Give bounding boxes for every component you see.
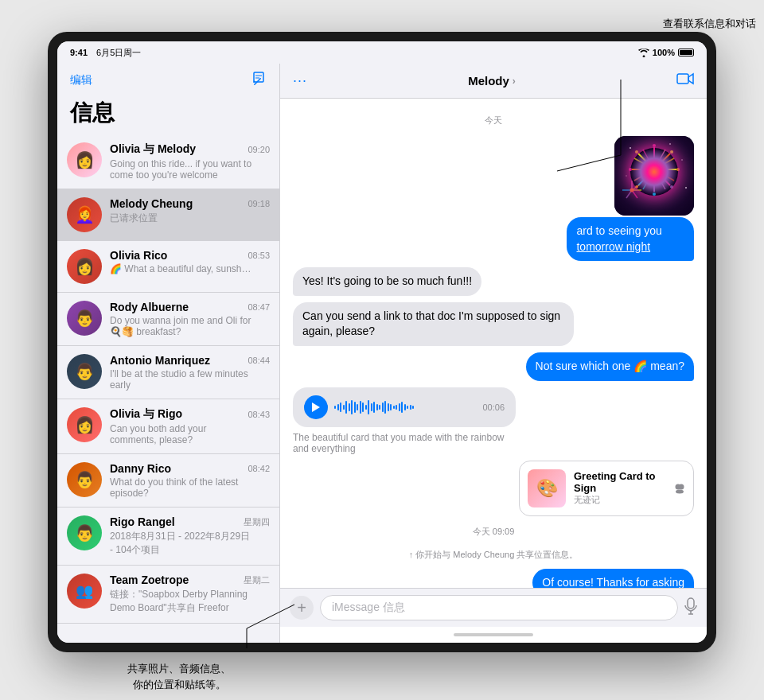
battery-icon bbox=[678, 49, 694, 56]
audio-duration: 00:06 bbox=[482, 402, 505, 412]
audio-bubble[interactable]: 00:06 bbox=[293, 387, 516, 427]
svg-line-26 bbox=[643, 169, 654, 189]
fireworks-image bbox=[614, 136, 694, 216]
list-item[interactable]: 👩‍🦰 Melody Cheung 09:18 已请求位置 bbox=[57, 189, 279, 241]
svg-point-46 bbox=[630, 189, 634, 192]
mic-icon bbox=[684, 597, 697, 615]
main-content: 编辑 信息 bbox=[57, 64, 707, 643]
message-row: 🎨 Greeting Card to Sign 无迹记 bbox=[293, 461, 694, 516]
message-bubble-sent: ard to seeing you tomorrow night bbox=[567, 217, 694, 261]
card-thumbnail: 🎨 bbox=[528, 469, 566, 508]
sidebar-title: 信息 bbox=[57, 96, 279, 134]
svg-marker-47 bbox=[312, 402, 320, 412]
svg-point-38 bbox=[629, 168, 632, 171]
sidebar-edit-button[interactable]: 编辑 bbox=[70, 73, 92, 88]
avatar: 👨 bbox=[67, 515, 102, 550]
play-button[interactable] bbox=[304, 395, 328, 419]
message-bubble-received: Yes! It's going to be so much fun!!! bbox=[293, 267, 481, 296]
video-call-button[interactable] bbox=[676, 72, 694, 89]
card-title: Greeting Card to Sign bbox=[574, 470, 666, 494]
avatar: 👩‍🦰 bbox=[67, 197, 102, 232]
conversation-list[interactable]: 👩 Olivia 与 Melody 09:20 Going on this ri… bbox=[57, 134, 279, 643]
svg-line-29 bbox=[643, 150, 654, 169]
card-bubble[interactable]: 🎨 Greeting Card to Sign 无迹记 bbox=[519, 461, 694, 516]
svg-line-17 bbox=[654, 169, 670, 185]
svg-point-50 bbox=[676, 489, 684, 493]
svg-point-36 bbox=[653, 192, 656, 196]
back-button[interactable]: ··· bbox=[293, 72, 307, 89]
conv-info: Rody Albuerne 08:47 Do you wanna join me… bbox=[110, 301, 270, 337]
svg-line-23 bbox=[654, 158, 674, 169]
sidebar: 编辑 信息 bbox=[57, 64, 280, 643]
list-item[interactable]: 👩 Olivia 与 Melody 09:20 Going on this ri… bbox=[57, 134, 279, 189]
conv-info: Rigo Rangel 星期四 2018年8月31日 - 2022年8月29日 … bbox=[110, 515, 270, 557]
image-bubble[interactable] bbox=[614, 136, 694, 216]
date-label: 今天 bbox=[293, 115, 694, 126]
svg-point-49 bbox=[679, 484, 684, 489]
avatar: 👨 bbox=[67, 462, 102, 497]
list-item[interactable]: 👥 Team Zoetrope 星期二 链接："Soapbox Derby Pl… bbox=[57, 566, 279, 624]
svg-line-27 bbox=[634, 169, 654, 181]
conv-info: Danny Rico 08:42 What do you think of th… bbox=[110, 462, 270, 499]
conv-info: Olivia 与 Rigo 08:43 Can you both add you… bbox=[110, 407, 270, 445]
svg-rect-53 bbox=[688, 598, 694, 609]
message-input[interactable]: iMessage 信息 bbox=[320, 595, 678, 620]
svg-line-21 bbox=[638, 154, 654, 169]
svg-point-9 bbox=[630, 147, 631, 149]
svg-point-13 bbox=[685, 187, 687, 189]
conv-info: Team Zoetrope 星期二 链接："Soapbox Derby Plan… bbox=[110, 574, 270, 615]
message-bubble-sent: Not sure which one 🌈 mean? bbox=[526, 352, 694, 381]
avatar: 👨 bbox=[67, 354, 102, 389]
messages-area[interactable]: 今天 bbox=[280, 99, 707, 588]
video-icon bbox=[676, 72, 694, 85]
avatar: 👨 bbox=[67, 301, 102, 336]
list-item[interactable]: 👨 Danny Rico 08:42 What do you think of … bbox=[57, 454, 279, 508]
compose-icon bbox=[251, 70, 267, 86]
svg-line-15 bbox=[654, 154, 670, 169]
status-time: 9:41 6月5日周一 bbox=[70, 47, 382, 59]
list-item[interactable]: 👩 Olivia 与 Rigo 08:43 Can you both add y… bbox=[57, 399, 279, 454]
svg-point-31 bbox=[652, 167, 657, 172]
compose-button[interactable] bbox=[251, 70, 267, 90]
svg-line-28 bbox=[634, 158, 654, 169]
svg-line-25 bbox=[654, 169, 665, 189]
message-row: ard to seeing you tomorrow night bbox=[293, 136, 694, 261]
avatar: 👩 bbox=[67, 407, 102, 442]
home-bar bbox=[454, 633, 533, 636]
contact-chevron-icon: › bbox=[513, 76, 516, 87]
audio-caption: The beautiful card that you made with th… bbox=[293, 432, 516, 454]
chat-area: ··· Melody › 今天 bbox=[280, 64, 707, 643]
status-right: 100% bbox=[382, 48, 694, 57]
location-note: ↑ 你开始与 Melody Cheung 共享位置信息。 bbox=[293, 547, 694, 562]
list-item[interactable]: 👨 Rody Albuerne 08:47 Do you wanna join … bbox=[57, 293, 279, 346]
svg-point-30 bbox=[650, 165, 658, 173]
chat-contact-name[interactable]: Melody › bbox=[468, 74, 516, 88]
conv-info: Olivia 与 Melody 09:20 Going on this ride… bbox=[110, 142, 270, 181]
svg-point-32 bbox=[653, 144, 656, 147]
conv-info: Olivia Rico 08:53 🌈 What a beautiful day… bbox=[110, 249, 270, 274]
svg-point-10 bbox=[669, 143, 671, 145]
svg-point-34 bbox=[676, 168, 680, 171]
wifi-icon bbox=[638, 49, 649, 57]
svg-point-11 bbox=[681, 159, 683, 161]
message-row: Not sure which one 🌈 mean? bbox=[293, 352, 694, 381]
sidebar-header: 编辑 bbox=[57, 64, 279, 96]
message-row: Yes! It's going to be so much fun!!! bbox=[293, 267, 694, 296]
home-indicator bbox=[280, 627, 707, 643]
play-icon bbox=[312, 402, 320, 412]
list-item[interactable]: 👨 Rigo Rangel 星期四 2018年8月31日 - 2022年8月29… bbox=[57, 508, 279, 566]
date-label-2: 今天 09:09 bbox=[293, 526, 694, 538]
microphone-button[interactable] bbox=[684, 597, 697, 619]
list-item[interactable]: 👨 Antonio Manriquez 08:44 I'll be at the… bbox=[57, 346, 279, 399]
message-row: 00:06 The beautiful card that you made w… bbox=[293, 387, 694, 454]
list-item[interactable]: 👩 Olivia Rico 08:53 🌈 What a beautiful d… bbox=[57, 241, 279, 293]
avatar: 👩 bbox=[67, 249, 102, 284]
avatar: 👥 bbox=[67, 574, 102, 609]
svg-point-35 bbox=[670, 185, 673, 189]
svg-line-24 bbox=[654, 169, 674, 181]
svg-line-19 bbox=[638, 169, 654, 185]
attachment-button[interactable]: + bbox=[290, 596, 314, 620]
message-bubble-received: Can you send a link to that doc I'm supp… bbox=[293, 302, 574, 346]
svg-point-12 bbox=[626, 175, 627, 177]
svg-point-39 bbox=[635, 150, 638, 154]
